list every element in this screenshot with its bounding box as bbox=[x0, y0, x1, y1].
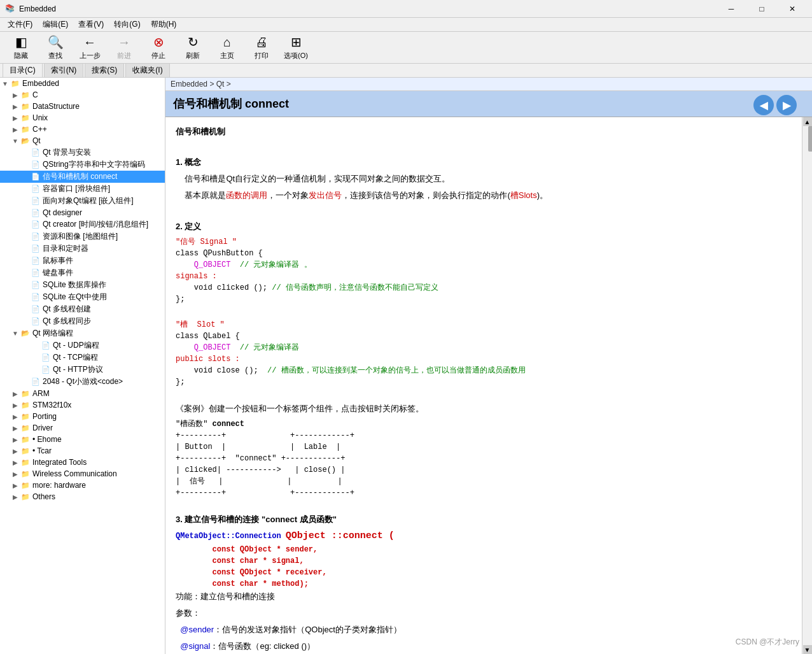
tree-label-qt-sync: Qt 多线程同步 bbox=[43, 316, 91, 327]
minimize-button[interactable]: ─ bbox=[717, 0, 746, 18]
tree-item-qt-sync[interactable]: 📄 Qt 多线程同步 bbox=[0, 315, 165, 327]
tree-item-others[interactable]: ▶ 📁 Others bbox=[0, 491, 165, 502]
tab-index[interactable]: 索引(N) bbox=[44, 63, 84, 77]
tree-item-wireless[interactable]: ▶ 📁 Wireless Communication bbox=[0, 468, 165, 480]
toolbar-back-label: 上一步 bbox=[80, 51, 101, 60]
main-area: ▼ 📁 Embedded ▶ 📁 C ▶ 📁 DataStructure ▶ 📁… bbox=[0, 78, 812, 654]
scroll-down-button[interactable]: ▼ bbox=[803, 645, 812, 654]
toolbar-print[interactable]: 🖨 打印 bbox=[246, 34, 277, 62]
tree-label-qt-container: 容器窗口 [滑块组件] bbox=[43, 183, 110, 194]
tree-label-qt-resource: 资源和图像 [地图组件] bbox=[43, 231, 118, 242]
tree-item-qt-tcp[interactable]: 📄 Qt - TCP编程 bbox=[0, 352, 165, 364]
tree-item-qt-multithread[interactable]: 📄 Qt 多线程创建 bbox=[0, 303, 165, 315]
tree-item-qt[interactable]: ▼ 📂 Qt bbox=[0, 135, 165, 146]
tree-label-qt-mouse: 鼠标事件 bbox=[43, 255, 73, 266]
toolbar-find[interactable]: 🔍 查找 bbox=[39, 34, 71, 62]
tree-item-qt-creator[interactable]: 📄 Qt creator [时间/按钮/消息组件] bbox=[0, 218, 165, 231]
tree-item-qt-keyboard[interactable]: 📄 键盘事件 bbox=[0, 267, 165, 279]
tree-label-others: Others bbox=[32, 492, 55, 501]
tree-item-qt-designer[interactable]: 📄 Qt designer bbox=[0, 207, 165, 218]
folder-icon-qt-net: 📂 bbox=[20, 329, 31, 339]
menu-file[interactable]: 文件(F) bbox=[3, 18, 38, 31]
forward-icon: → bbox=[118, 35, 130, 50]
close-button[interactable]: ✕ bbox=[778, 0, 807, 18]
tree-item-qt-http[interactable]: 📄 Qt - HTTP协议 bbox=[0, 364, 165, 376]
tree-item-qt-game[interactable]: 📄 2048 - Qt小游戏<code> bbox=[0, 376, 165, 388]
doc-icon-qt-designer: 📄 bbox=[31, 208, 41, 218]
toolbar-forward[interactable]: → 前进 bbox=[108, 34, 140, 62]
folder-icon-qt: 📂 bbox=[20, 136, 31, 146]
toolbar-back[interactable]: ← 上一步 bbox=[74, 34, 106, 62]
tree-item-unix[interactable]: ▶ 📁 Unix bbox=[0, 112, 165, 124]
tree-item-qt-resource[interactable]: 📄 资源和图像 [地图组件] bbox=[0, 231, 165, 243]
section-1-text1: 信号和槽是Qt自行定义的一种通信机制，实现不同对象之间的数据交互。 bbox=[176, 172, 792, 186]
tree-label-embedded: Embedded bbox=[22, 79, 59, 88]
tree-label-c: C bbox=[32, 90, 38, 99]
toolbar-options-label: 选项(O) bbox=[284, 51, 308, 60]
tree-item-qt-bg[interactable]: 📄 Qt 背景与安装 bbox=[0, 146, 165, 159]
tree-item-qt-mouse[interactable]: 📄 鼠标事件 bbox=[0, 255, 165, 267]
maximize-button[interactable]: □ bbox=[747, 0, 776, 18]
toolbar-options[interactable]: ⊞ 选项(O) bbox=[280, 34, 312, 62]
section-1-text2: 基本原就是函数的调用，一个对象发出信号，连接到该信号的对象，则会执行指定的动作(… bbox=[176, 188, 792, 203]
tree-item-tcar[interactable]: ▶ 📁 • Tcar bbox=[0, 445, 165, 457]
menu-view[interactable]: 查看(V) bbox=[73, 18, 109, 31]
param-signal: @signal：信号函数（eg: clicked ()） bbox=[176, 639, 792, 653]
tab-favorites[interactable]: 收藏夹(I) bbox=[125, 63, 169, 77]
tab-contents[interactable]: 目录(C) bbox=[3, 63, 43, 77]
toolbar-find-label: 查找 bbox=[48, 51, 62, 60]
menu-edit[interactable]: 编辑(E) bbox=[38, 18, 73, 31]
tree-item-qt-sqlite[interactable]: 📄 SQLite 数据库操作 bbox=[0, 279, 165, 291]
code-signal-def: "信号 Signal " class QPushButton { Q_OBJEC… bbox=[176, 236, 792, 305]
toolbar-home[interactable]: ⌂ 主页 bbox=[211, 34, 243, 62]
tree-label-arm: ARM bbox=[32, 389, 50, 398]
tree-label-stm32: STM32f10x bbox=[32, 401, 71, 409]
tree-item-qt-sqlite2[interactable]: 📄 SQLite 在Qt中使用 bbox=[0, 291, 165, 303]
toolbar-stop[interactable]: ⊗ 停止 bbox=[143, 34, 174, 62]
tree-item-qt-oop[interactable]: 📄 面向对象Qt编程 [嵌入组件] bbox=[0, 195, 165, 207]
tab-search[interactable]: 搜索(S) bbox=[85, 63, 124, 77]
nav-forward-button[interactable]: ▶ bbox=[776, 95, 797, 115]
expander-more-hw: ▶ bbox=[10, 482, 20, 489]
tree-label-tcar: • Tcar bbox=[32, 446, 52, 455]
content-body[interactable]: 信号和槽机制 1. 概念 信号和槽是Qt自行定义的一种通信机制，实现不同对象之间… bbox=[165, 117, 802, 654]
tree-item-qt-udp[interactable]: 📄 Qt - UDP编程 bbox=[0, 339, 165, 352]
tree-item-qt-signal[interactable]: 📄 信号和槽机制 connect bbox=[0, 171, 165, 183]
toolbar-hide[interactable]: ◧ 隐藏 bbox=[5, 34, 37, 62]
tree-item-arm[interactable]: ▶ 📁 ARM bbox=[0, 388, 165, 399]
expander-wireless: ▶ bbox=[10, 471, 20, 478]
toolbar-refresh[interactable]: ↻ 刷新 bbox=[177, 34, 209, 62]
tree-item-cpp[interactable]: ▶ 📁 C++ bbox=[0, 124, 165, 135]
expander-qt: ▼ bbox=[10, 138, 20, 145]
tree-label-qt-http: Qt - HTTP协议 bbox=[53, 364, 103, 375]
doc-icon-qt-tcp: 📄 bbox=[41, 353, 51, 363]
menu-help[interactable]: 帮助(H) bbox=[146, 18, 182, 31]
tree-item-c[interactable]: ▶ 📁 C bbox=[0, 89, 165, 101]
tree-item-qt-net[interactable]: ▼ 📂 Qt 网络编程 bbox=[0, 327, 165, 339]
vertical-scrollbar[interactable]: ▲ ▼ bbox=[802, 117, 812, 654]
nav-back-button[interactable]: ◀ bbox=[753, 95, 774, 115]
tree-item-stm32[interactable]: ▶ 📁 STM32f10x bbox=[0, 399, 165, 411]
tree-item-porting[interactable]: ▶ 📁 Porting bbox=[0, 411, 165, 422]
scroll-thumb[interactable] bbox=[808, 126, 813, 152]
code-connect-proto: QMetaObject::Connection QObject ::connec… bbox=[176, 529, 792, 590]
tree-label-qt-signal: 信号和槽机制 connect bbox=[43, 171, 117, 182]
tree-item-qt-container[interactable]: 📄 容器窗口 [滑块组件] bbox=[0, 183, 165, 195]
tree-item-more-hardware[interactable]: ▶ 📁 more: hardware bbox=[0, 480, 165, 491]
tree-item-datastructure[interactable]: ▶ 📁 DataStructure bbox=[0, 101, 165, 112]
tree-item-integrated-tools[interactable]: ▶ 📁 Integrated Tools bbox=[0, 457, 165, 468]
tree-item-qt-qstring[interactable]: 📄 QString字符串和中文字符编码 bbox=[0, 159, 165, 171]
content-wrapper: 信号和槽机制 1. 概念 信号和槽是Qt自行定义的一种通信机制，实现不同对象之间… bbox=[165, 117, 812, 654]
expander-ehome: ▶ bbox=[10, 436, 20, 443]
param-sender: @sender：信号的发送对象指针（QObject的子类对象指针） bbox=[176, 623, 792, 637]
tree-item-driver[interactable]: ▶ 📁 Driver bbox=[0, 422, 165, 434]
back-icon: ← bbox=[83, 35, 96, 50]
scroll-up-button[interactable]: ▲ bbox=[803, 117, 812, 126]
tree-item-qt-timer[interactable]: 📄 目录和定时器 bbox=[0, 243, 165, 255]
toolbar-hide-label: 隐藏 bbox=[14, 51, 28, 60]
menu-goto[interactable]: 转向(G) bbox=[109, 18, 145, 31]
doc-icon-qt-keyboard: 📄 bbox=[31, 268, 41, 278]
tree-item-ehome[interactable]: ▶ 📁 • Ehome bbox=[0, 434, 165, 445]
tree-item-embedded[interactable]: ▼ 📁 Embedded bbox=[0, 78, 165, 89]
doc-icon-qt-sqlite: 📄 bbox=[31, 280, 41, 290]
